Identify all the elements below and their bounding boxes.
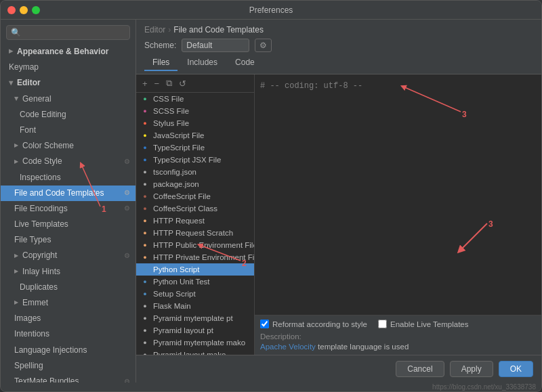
sidebar-item-language-injections[interactable]: Language Injections: [1, 343, 136, 358]
code-line: # -- coding: utf-8 --: [260, 80, 536, 92]
maximize-button[interactable]: [32, 6, 40, 14]
scheme-gear-button[interactable]: ⚙: [255, 39, 272, 52]
list-item[interactable]: ● Pyramid mytemplate mako: [136, 336, 254, 349]
triangle-icon: ▶: [14, 141, 18, 150]
sidebar-item-color-scheme[interactable]: ▶ Color Scheme: [1, 138, 136, 154]
sidebar-item-spelling[interactable]: Spelling: [1, 358, 136, 374]
sidebar-item-textmate-bundles[interactable]: TextMate Bundles ⚙: [1, 374, 136, 383]
tab-code[interactable]: Code: [227, 55, 263, 71]
sidebar-item-label: TextMate Bundles: [14, 375, 79, 383]
coffee-icon: ●: [140, 192, 150, 201]
reformat-checkbox-label[interactable]: Reformat according to style: [260, 320, 367, 328]
breadcrumb-sep: ›: [168, 25, 171, 35]
panel-header: Editor › File and Code Templates Scheme:…: [136, 20, 541, 74]
sidebar-item-code-style[interactable]: ▶ Code Style ⚙: [1, 154, 136, 169]
scheme-select[interactable]: Default Project: [182, 39, 249, 52]
file-list-toolbar: + − ⧉ ↺: [136, 74, 254, 93]
sidebar-item-live-templates[interactable]: Live Templates: [1, 217, 136, 232]
list-item[interactable]: ● Pyramid layout mako: [136, 349, 254, 355]
list-item[interactable]: ● tsconfig.json: [136, 166, 254, 178]
apply-button[interactable]: Apply: [450, 361, 493, 377]
sidebar-item-label: General: [22, 93, 51, 106]
sidebar-item-label: Emmet: [22, 297, 48, 309]
minimize-button[interactable]: [20, 6, 28, 14]
bottom-bar: Cancel Apply OK: [136, 355, 541, 383]
list-item[interactable]: ● TypeScript File: [136, 141, 254, 154]
copy-template-button[interactable]: ⧉: [164, 77, 174, 89]
list-item[interactable]: ● Pyramid mytemplate pt: [136, 312, 254, 324]
list-item[interactable]: ● Flask Main: [136, 300, 254, 312]
search-box[interactable]: 🔍: [6, 25, 130, 40]
list-item[interactable]: ● CoffeeScript Class: [136, 202, 254, 215]
sidebar-item-images[interactable]: Images: [1, 311, 136, 326]
list-item[interactable]: ● Pyramid layout pt: [136, 324, 254, 336]
list-item[interactable]: ● HTTP Private Environment File: [136, 251, 254, 263]
ok-button[interactable]: OK: [499, 361, 533, 377]
tab-includes[interactable]: Includes: [179, 55, 226, 71]
list-item[interactable]: ● CoffeeScript File: [136, 190, 254, 202]
triangle-icon: ▶: [14, 158, 18, 167]
sidebar-item-file-encodings[interactable]: File Encodings ⚙: [1, 201, 136, 217]
list-item[interactable]: ● Stylus File: [136, 117, 254, 129]
triangle-icon: ▶: [14, 267, 18, 276]
sidebar-item-editor[interactable]: ▶ Editor: [1, 75, 136, 91]
list-item[interactable]: ● JavaScript File: [136, 129, 254, 141]
sidebar-item-intentions[interactable]: Intentions: [1, 326, 136, 342]
close-button[interactable]: [7, 6, 16, 14]
sidebar-item-appearance[interactable]: ▶ Appearance & Behavior: [1, 44, 136, 60]
sidebar-item-label: Duplicates: [20, 281, 58, 294]
sidebar-item-file-and-code-templates[interactable]: File and Code Templates ⚙: [1, 186, 136, 201]
http-icon: ●: [140, 240, 150, 250]
sidebar-item-code-editing[interactable]: Code Editing: [1, 107, 136, 123]
list-item[interactable]: ● CSS File: [136, 93, 254, 105]
description-text: Apache Velocity template language is use…: [260, 343, 536, 351]
search-icon: 🔍: [11, 28, 21, 37]
python-icon: ●: [140, 277, 150, 286]
list-item[interactable]: ● HTTP Request: [136, 215, 254, 227]
sidebar-item-copyright[interactable]: ▶ Copyright ⚙: [1, 248, 136, 263]
stylus-icon: ●: [140, 118, 150, 128]
list-item-python-script[interactable]: ● Python Script: [136, 263, 254, 276]
sidebar-item-label: Color Scheme: [22, 139, 74, 152]
preferences-window: Preferences 🔍 ▶ Appearance & Behavior Ke…: [0, 0, 542, 392]
reformat-checkbox[interactable]: [260, 320, 269, 328]
remove-template-button[interactable]: −: [152, 78, 162, 89]
live-templates-checkbox[interactable]: [378, 320, 387, 328]
sidebar-item-duplicates[interactable]: Duplicates: [1, 280, 136, 295]
sidebar-item-file-types[interactable]: File Types: [1, 232, 136, 248]
sidebar-item-label: File Encodings: [14, 202, 68, 215]
search-input[interactable]: [24, 28, 125, 37]
checkbox-row: Reformat according to style Enable Live …: [260, 320, 536, 328]
live-templates-label: Enable Live Templates: [390, 320, 469, 328]
sidebar-item-font[interactable]: Font: [1, 123, 136, 138]
sidebar-item-inspections[interactable]: Inspections: [1, 170, 136, 186]
settings-icon: ⚙: [124, 203, 130, 214]
http-icon: ●: [140, 228, 150, 238]
settings-icon: ⚙: [124, 188, 130, 198]
list-item[interactable]: ● Setup Script: [136, 288, 254, 300]
list-item[interactable]: ● HTTP Request Scratch: [136, 227, 254, 239]
live-templates-checkbox-label[interactable]: Enable Live Templates: [378, 320, 469, 328]
sidebar-item-general[interactable]: ▶ General: [1, 91, 136, 107]
code-editor[interactable]: # -- coding: utf-8 --: [255, 74, 541, 315]
sidebar-item-inlay-hints[interactable]: ▶ Inlay Hints: [1, 264, 136, 280]
add-template-button[interactable]: +: [140, 78, 150, 89]
list-item[interactable]: ● Python Unit Test: [136, 276, 254, 288]
description-link[interactable]: Apache Velocity: [260, 343, 316, 351]
tab-files[interactable]: Files: [144, 55, 178, 71]
json-icon: ●: [140, 179, 150, 189]
triangle-icon: ▶: [14, 299, 18, 307]
css-icon: ●: [140, 94, 150, 104]
list-item[interactable]: ● TypeScript JSX File: [136, 154, 254, 166]
sidebar-item-label: Editor: [17, 77, 41, 89]
cancel-button[interactable]: Cancel: [396, 361, 444, 377]
coffee-icon: ●: [140, 204, 150, 213]
list-item[interactable]: ● package.json: [136, 178, 254, 190]
settings-icon: ⚙: [124, 156, 130, 167]
sidebar-item-emmet[interactable]: ▶ Emmet: [1, 295, 136, 311]
reset-template-button[interactable]: ↺: [177, 78, 188, 89]
list-item[interactable]: ● HTTP Public Environment File: [136, 239, 254, 251]
sidebar-item-keymap[interactable]: Keymap: [1, 60, 136, 75]
list-item[interactable]: ● SCSS File: [136, 105, 254, 117]
split-pane: + − ⧉ ↺ ● CSS File ● SCSS File: [136, 74, 541, 355]
